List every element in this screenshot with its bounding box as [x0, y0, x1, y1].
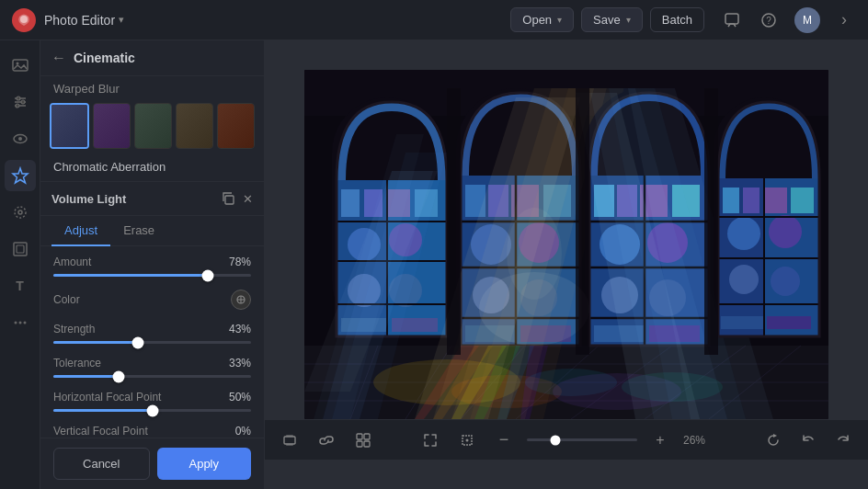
effect-thumb-2[interactable]	[93, 103, 131, 149]
cancel-button[interactable]: Cancel	[53, 448, 150, 480]
svg-point-12	[16, 104, 19, 108]
svg-point-99	[729, 265, 759, 294]
grid-icon[interactable]	[349, 426, 377, 454]
effect-thumb-4[interactable]	[176, 103, 213, 149]
svg-point-20	[18, 322, 21, 324]
svg-point-98	[769, 215, 802, 248]
tolerance-label: Tolerance	[53, 357, 101, 370]
svg-point-11	[21, 100, 25, 104]
amount-label: Amount	[53, 256, 91, 268]
panel-header: ← Cinematic	[40, 40, 264, 76]
bottom-toolbar: − + 26%	[265, 419, 868, 460]
app-name: Photo Editor	[44, 13, 115, 28]
tolerance-value: 33%	[229, 357, 251, 370]
controls-area: Amount 78% Color	[40, 246, 264, 438]
copy-icon[interactable]	[221, 191, 235, 206]
svg-rect-122	[364, 434, 370, 439]
help-icon[interactable]: ?	[756, 7, 782, 33]
svg-rect-119	[286, 435, 293, 437]
layers-icon[interactable]	[276, 426, 303, 454]
svg-rect-22	[225, 196, 234, 204]
save-dropdown-icon: ▾	[626, 15, 631, 25]
open-button[interactable]: Open ▾	[510, 7, 574, 32]
effect-thumb-5[interactable]	[217, 103, 255, 149]
vertical-focal-value: 0%	[235, 425, 251, 438]
stained-glass-image	[304, 70, 828, 419]
back-button[interactable]: ←	[51, 50, 66, 66]
svg-point-113	[507, 208, 562, 300]
app-logo	[11, 7, 37, 33]
save-button[interactable]: Save ▾	[581, 7, 643, 32]
effect-thumb-3[interactable]	[134, 103, 172, 149]
amount-slider[interactable]	[53, 274, 251, 277]
chat-icon[interactable]	[719, 7, 745, 33]
color-label: Color	[53, 293, 80, 306]
canvas-area: − + 26%	[265, 40, 868, 489]
main-layout: T ← Cinematic Warped Blur Chromatic Aber…	[0, 40, 868, 489]
link-icon[interactable]	[313, 426, 340, 454]
save-label: Save	[593, 13, 621, 27]
zoom-out-icon[interactable]: −	[490, 426, 518, 454]
svg-rect-94	[743, 188, 760, 213]
zoom-slider[interactable]	[527, 438, 637, 441]
sidebar-item-effects[interactable]	[5, 160, 36, 191]
strength-label: Strength	[53, 323, 95, 335]
sidebar-item-frames[interactable]	[5, 233, 36, 265]
undo-icon[interactable]	[794, 426, 822, 454]
avatar[interactable]: M	[794, 7, 820, 33]
batch-button[interactable]: Batch	[650, 7, 704, 32]
topbar-icons: ? M ›	[719, 7, 857, 33]
more-icon[interactable]: ›	[831, 7, 857, 33]
vertical-focal-label: Vertical Focal Point	[53, 425, 148, 438]
svg-rect-115	[576, 70, 589, 355]
color-picker-button[interactable]	[231, 290, 251, 310]
svg-point-14	[18, 137, 22, 141]
tabs-row: Adjust Erase	[40, 216, 264, 246]
toolbar-left	[276, 426, 377, 454]
close-volume-icon[interactable]: ✕	[243, 191, 253, 206]
open-dropdown-icon: ▾	[557, 15, 562, 25]
horizontal-focal-slider[interactable]	[53, 409, 251, 412]
strength-slider[interactable]	[53, 341, 251, 344]
sidebar-item-eye[interactable]	[5, 123, 36, 154]
svg-text:?: ?	[766, 16, 771, 26]
svg-rect-96	[791, 188, 814, 213]
svg-rect-102	[767, 316, 811, 329]
svg-rect-93	[723, 188, 739, 213]
volume-light-actions: ✕	[221, 191, 253, 206]
svg-point-10	[17, 97, 20, 100]
volume-light-title: Volume Light	[51, 192, 221, 206]
effect-section-label: Warped Blur	[40, 76, 264, 99]
crop-icon[interactable]	[453, 426, 481, 454]
sidebar-item-photos[interactable]	[5, 50, 36, 81]
sidebar-item-text[interactable]: T	[5, 270, 36, 301]
sidebar-item-more[interactable]	[5, 307, 36, 338]
effect-thumb-1[interactable]	[50, 103, 89, 149]
svg-point-6	[16, 63, 18, 65]
sidebar-item-retouch[interactable]	[5, 197, 36, 228]
topbar: Photo Editor ▾ Open ▾ Save ▾ Batch ? M ›	[0, 0, 868, 40]
refresh-icon[interactable]	[760, 426, 787, 454]
sidebar-item-adjustments[interactable]	[5, 86, 36, 118]
tab-adjust[interactable]: Adjust	[51, 216, 110, 246]
toolbar-center: − + 26%	[417, 426, 716, 454]
app-dropdown-icon[interactable]: ▾	[119, 14, 124, 26]
svg-rect-121	[357, 434, 362, 439]
zoom-in-icon[interactable]: +	[646, 426, 674, 454]
fit-icon[interactable]	[417, 426, 444, 454]
svg-rect-116	[704, 70, 718, 355]
control-strength: Strength 43%	[53, 323, 251, 344]
control-amount: Amount 78%	[53, 256, 251, 277]
open-label: Open	[522, 13, 552, 27]
tab-erase[interactable]: Erase	[110, 216, 167, 246]
redo-icon[interactable]	[829, 426, 857, 454]
tolerance-slider[interactable]	[53, 375, 251, 378]
svg-point-21	[23, 322, 26, 324]
amount-value: 78%	[229, 256, 251, 268]
svg-point-97	[727, 217, 760, 250]
svg-rect-114	[447, 70, 461, 355]
control-horizontal-focal: Horizontal Focal Point 50%	[53, 391, 251, 412]
apply-button[interactable]: Apply	[157, 448, 252, 480]
svg-point-19	[14, 322, 17, 324]
svg-rect-117	[304, 70, 828, 88]
